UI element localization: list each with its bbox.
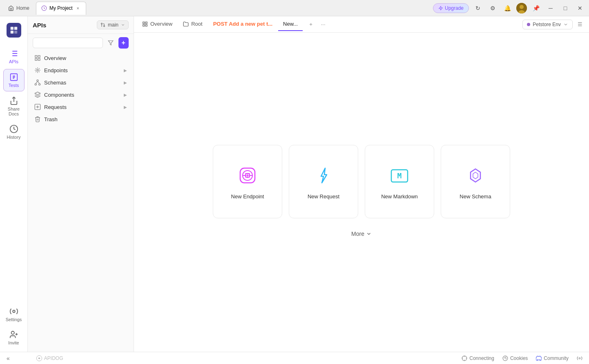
refresh-btn[interactable]: ↻ bbox=[472, 2, 484, 14]
tab-close-btn[interactable]: × bbox=[75, 5, 81, 11]
svg-point-13 bbox=[11, 331, 14, 334]
svg-point-26 bbox=[35, 84, 36, 85]
tree-item-trash[interactable]: Trash bbox=[28, 113, 134, 125]
env-dot bbox=[527, 23, 530, 26]
svg-point-48 bbox=[504, 357, 505, 358]
settings-status[interactable] bbox=[577, 355, 582, 361]
svg-point-51 bbox=[579, 357, 580, 359]
svg-rect-5 bbox=[10, 27, 13, 30]
svg-text:M: M bbox=[397, 171, 402, 180]
main-tabbar: Overview Root POST Add a new pet t... Ne… bbox=[134, 16, 589, 33]
tree-title: APIs bbox=[33, 22, 46, 29]
notification-btn[interactable]: 🔔 bbox=[502, 2, 513, 14]
tab-root[interactable]: Root bbox=[178, 18, 207, 31]
svg-point-27 bbox=[39, 84, 40, 85]
card-new-endpoint[interactable]: ⊞ New Endpoint bbox=[213, 145, 282, 218]
tree-item-requests[interactable]: Requests ▶ bbox=[28, 101, 134, 113]
sidebar-item-share-docs[interactable]: Share Docs bbox=[3, 93, 25, 120]
connecting-status[interactable]: Connecting bbox=[462, 355, 494, 361]
svg-point-47 bbox=[503, 356, 508, 361]
svg-point-25 bbox=[37, 80, 38, 81]
svg-point-50 bbox=[506, 358, 506, 359]
titlebar-controls: Upgrade ↻ ⚙ 🔔 📌 ─ □ ✕ bbox=[433, 2, 586, 14]
minimize-btn[interactable]: ─ bbox=[545, 2, 556, 14]
card-new-schema-label: New Schema bbox=[460, 193, 491, 200]
tree-item-schemas[interactable]: Schemas ▶ bbox=[28, 76, 134, 89]
tree-header: APIs main bbox=[28, 16, 134, 34]
workspace-section bbox=[7, 20, 21, 44]
svg-rect-33 bbox=[145, 22, 147, 23]
search-input[interactable] bbox=[33, 38, 103, 48]
tree-search-bar: + bbox=[28, 34, 134, 52]
avatar[interactable] bbox=[516, 3, 527, 13]
markdown-icon: M bbox=[388, 164, 411, 187]
settings-btn[interactable]: ⚙ bbox=[487, 2, 498, 14]
titlebar: Home My Project × Upgrade ↻ ⚙ 🔔 📌 ─ □ ✕ bbox=[0, 0, 589, 16]
tree-item-overview[interactable]: Overview bbox=[28, 52, 134, 64]
svg-marker-30 bbox=[35, 92, 40, 95]
tree-item-endpoints[interactable]: Endpoints ▶ bbox=[28, 64, 134, 76]
svg-rect-6 bbox=[14, 27, 17, 30]
card-new-request[interactable]: New Request bbox=[289, 145, 358, 218]
tab-more-btn[interactable]: ··· bbox=[317, 19, 329, 30]
sidebar-item-settings[interactable]: Settings bbox=[3, 304, 25, 325]
schema-icon bbox=[464, 164, 487, 187]
close-btn[interactable]: ✕ bbox=[574, 2, 586, 14]
svg-rect-23 bbox=[38, 58, 40, 60]
filter-btn[interactable] bbox=[105, 37, 116, 49]
sidebar-item-history[interactable]: History bbox=[3, 121, 25, 143]
add-btn[interactable]: + bbox=[118, 37, 129, 49]
tab-overview[interactable]: Overview bbox=[137, 18, 177, 31]
card-new-markdown[interactable]: M New Markdown bbox=[365, 145, 434, 218]
sidebar-item-invite[interactable]: Invite bbox=[3, 327, 25, 348]
branch-selector[interactable]: main bbox=[97, 20, 129, 29]
tab-project[interactable]: My Project × bbox=[36, 2, 86, 15]
community-status[interactable]: Community bbox=[536, 355, 569, 361]
card-new-schema[interactable]: New Schema bbox=[441, 145, 510, 218]
svg-rect-8 bbox=[14, 31, 17, 33]
tree-item-components[interactable]: Components ▶ bbox=[28, 89, 134, 101]
main-content: Overview Root POST Add a new pet t... Ne… bbox=[134, 16, 589, 352]
pin-btn[interactable]: 📌 bbox=[530, 2, 542, 14]
svg-point-49 bbox=[506, 357, 506, 357]
main-menu-btn[interactable]: ☰ bbox=[574, 19, 586, 30]
collapse-sidebar-btn[interactable]: « bbox=[7, 355, 10, 362]
maximize-btn[interactable]: □ bbox=[560, 2, 571, 14]
statusbar: « APIDOG Connecting Cookies Community bbox=[0, 352, 589, 364]
sidebar-item-apis[interactable]: APIs bbox=[3, 46, 25, 67]
card-new-markdown-label: New Markdown bbox=[381, 193, 418, 200]
empty-state: ⊞ New Endpoint bbox=[134, 33, 589, 352]
tree-sidebar: APIs main + Overview Endpoints ▶ bbox=[28, 16, 134, 352]
tab-home[interactable]: Home bbox=[3, 2, 34, 15]
svg-point-16 bbox=[103, 26, 105, 27]
cookies-status[interactable]: Cookies bbox=[502, 355, 528, 361]
endpoint-icon: ⊞ bbox=[236, 164, 259, 187]
svg-marker-19 bbox=[108, 41, 113, 45]
svg-rect-34 bbox=[143, 24, 145, 26]
add-tab-btn[interactable]: + bbox=[305, 19, 317, 30]
app-body: APIs Tests Share Docs History Settings I… bbox=[0, 16, 589, 352]
card-new-endpoint-label: New Endpoint bbox=[231, 193, 264, 200]
svg-rect-22 bbox=[35, 58, 37, 60]
svg-point-17 bbox=[101, 23, 102, 24]
card-new-request-label: New Request bbox=[308, 193, 339, 200]
statusbar-left: « APIDOG bbox=[7, 355, 63, 362]
titlebar-tabs: Home My Project × bbox=[3, 2, 433, 15]
tab-new[interactable]: New... bbox=[278, 18, 303, 31]
sidebar-item-tests[interactable]: Tests bbox=[3, 69, 25, 91]
svg-point-3 bbox=[520, 5, 524, 9]
more-button[interactable]: More bbox=[346, 228, 377, 240]
env-selector[interactable]: Petstore Env bbox=[522, 20, 573, 29]
svg-rect-21 bbox=[38, 55, 40, 58]
svg-line-29 bbox=[38, 81, 40, 83]
bolt-icon bbox=[312, 164, 335, 187]
svg-point-24 bbox=[37, 69, 38, 71]
upgrade-button[interactable]: Upgrade bbox=[433, 3, 469, 13]
cards-row: ⊞ New Endpoint bbox=[213, 145, 510, 218]
svg-rect-7 bbox=[10, 31, 13, 33]
svg-rect-35 bbox=[145, 24, 147, 26]
svg-point-12 bbox=[13, 310, 15, 313]
workspace-icon[interactable] bbox=[7, 23, 21, 38]
tab-actions: Petstore Env ☰ bbox=[522, 19, 586, 30]
tab-post-endpoint[interactable]: POST Add a new pet t... bbox=[208, 18, 277, 31]
